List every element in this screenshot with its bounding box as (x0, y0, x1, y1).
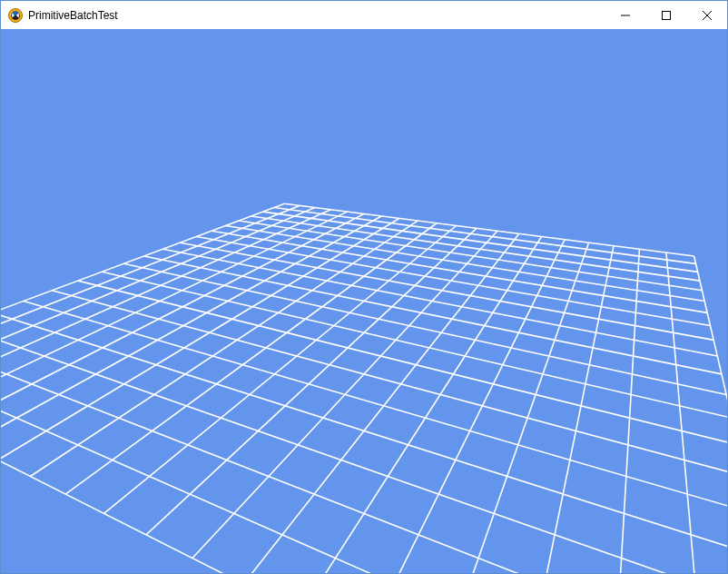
minimize-icon (621, 11, 630, 20)
minimize-button[interactable] (605, 1, 645, 29)
render-viewport (1, 29, 727, 573)
app-window: PrimitiveBatchTest (0, 0, 728, 574)
maximize-button[interactable] (645, 1, 686, 29)
maximize-icon (662, 11, 671, 20)
close-icon (703, 11, 712, 20)
app-icon (8, 8, 23, 23)
window-title: PrimitiveBatchTest (28, 9, 605, 22)
titlebar[interactable]: PrimitiveBatchTest (1, 1, 727, 29)
close-button[interactable] (686, 1, 727, 29)
svg-rect-2 (662, 11, 670, 19)
client-area (1, 29, 727, 573)
window-controls (605, 1, 727, 29)
